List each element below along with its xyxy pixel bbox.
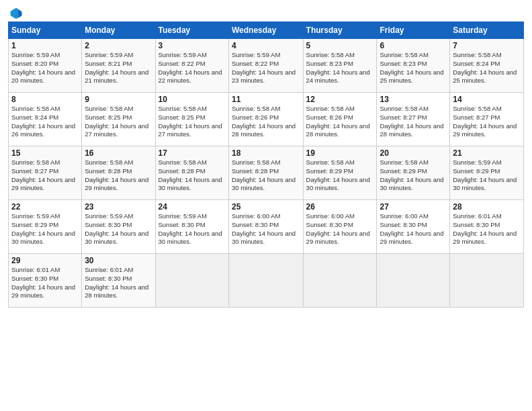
calendar-cell: 14 Sunrise: 5:58 AM Sunset: 8:27 PM Dayl… — [450, 93, 524, 146]
daylight: Daylight: 14 hours and 23 minutes. — [232, 68, 300, 86]
calendar-cell — [155, 254, 228, 308]
sunset: Sunset: 8:22 PM — [232, 60, 300, 68]
day-info: Sunrise: 6:01 AM Sunset: 8:30 PM Dayligh… — [453, 212, 521, 246]
sunset: Sunset: 8:28 PM — [232, 167, 300, 176]
logo-icon — [9, 7, 23, 20]
day-number: 19 — [306, 148, 374, 158]
calendar-cell: 25 Sunrise: 6:00 AM Sunset: 8:30 PM Dayl… — [228, 200, 303, 254]
day-number: 17 — [159, 148, 226, 158]
day-info: Sunrise: 6:01 AM Sunset: 8:30 PM Dayligh… — [85, 266, 152, 300]
calendar-cell — [228, 254, 303, 308]
daylight: Daylight: 14 hours and 30 minutes. — [380, 176, 447, 193]
calendar-cell: 11 Sunrise: 5:58 AM Sunset: 8:26 PM Dayl… — [228, 93, 303, 146]
daylight: Daylight: 14 hours and 20 minutes. — [11, 68, 79, 86]
sunrise: Sunrise: 5:59 AM — [159, 51, 226, 60]
sunrise: Sunrise: 5:59 AM — [11, 51, 79, 60]
sunrise: Sunrise: 5:58 AM — [11, 105, 79, 113]
daylight: Daylight: 14 hours and 29 minutes. — [380, 230, 447, 247]
day-number: 30 — [85, 256, 152, 265]
weekday-saturday: Saturday — [450, 22, 524, 39]
calendar-cell: 8 Sunrise: 5:58 AM Sunset: 8:24 PM Dayli… — [9, 93, 82, 146]
day-info: Sunrise: 5:58 AM Sunset: 8:25 PM Dayligh… — [85, 105, 152, 139]
daylight: Daylight: 14 hours and 29 minutes. — [453, 230, 521, 247]
calendar-cell: 13 Sunrise: 5:58 AM Sunset: 8:27 PM Dayl… — [377, 93, 450, 146]
sunrise: Sunrise: 5:58 AM — [232, 158, 300, 167]
weekday-thursday: Thursday — [303, 22, 377, 39]
sunrise: Sunrise: 5:58 AM — [11, 158, 79, 167]
day-number: 16 — [85, 148, 152, 158]
calendar-cell: 6 Sunrise: 5:58 AM Sunset: 8:23 PM Dayli… — [377, 39, 450, 93]
sunset: Sunset: 8:26 PM — [232, 113, 300, 122]
day-number: 26 — [306, 202, 374, 212]
calendar-cell: 23 Sunrise: 5:59 AM Sunset: 8:30 PM Dayl… — [82, 200, 155, 254]
sunrise: Sunrise: 5:58 AM — [453, 105, 521, 113]
daylight: Daylight: 14 hours and 30 minutes. — [453, 176, 521, 193]
calendar-cell — [377, 254, 450, 308]
sunrise: Sunrise: 5:59 AM — [85, 51, 152, 60]
day-info: Sunrise: 5:58 AM Sunset: 8:27 PM Dayligh… — [453, 105, 521, 139]
calendar-cell: 28 Sunrise: 6:01 AM Sunset: 8:30 PM Dayl… — [450, 200, 524, 254]
sunrise: Sunrise: 5:59 AM — [453, 158, 521, 167]
daylight: Daylight: 14 hours and 29 minutes. — [11, 283, 79, 301]
calendar-cell: 16 Sunrise: 5:58 AM Sunset: 8:28 PM Dayl… — [82, 146, 155, 200]
calendar-cell: 30 Sunrise: 6:01 AM Sunset: 8:30 PM Dayl… — [82, 254, 155, 308]
sunrise: Sunrise: 5:58 AM — [306, 105, 374, 113]
day-number: 22 — [11, 202, 79, 212]
sunset: Sunset: 8:20 PM — [11, 60, 79, 68]
calendar-cell: 3 Sunrise: 5:59 AM Sunset: 8:22 PM Dayli… — [155, 39, 228, 93]
daylight: Daylight: 14 hours and 30 minutes. — [159, 230, 226, 247]
weekday-monday: Monday — [82, 22, 155, 39]
day-number: 12 — [306, 95, 374, 104]
daylight: Daylight: 14 hours and 30 minutes. — [11, 230, 79, 247]
calendar-cell: 15 Sunrise: 5:58 AM Sunset: 8:27 PM Dayl… — [9, 146, 82, 200]
day-number: 21 — [453, 148, 521, 158]
sunrise: Sunrise: 5:58 AM — [306, 158, 374, 167]
sunrise: Sunrise: 5:59 AM — [85, 212, 152, 221]
sunrise: Sunrise: 6:00 AM — [306, 212, 374, 221]
sunset: Sunset: 8:25 PM — [85, 113, 152, 122]
calendar-cell: 1 Sunrise: 5:59 AM Sunset: 8:20 PM Dayli… — [9, 39, 82, 93]
calendar-week-row: 29 Sunrise: 6:01 AM Sunset: 8:30 PM Dayl… — [9, 254, 524, 308]
sunrise: Sunrise: 5:59 AM — [232, 51, 300, 60]
sunset: Sunset: 8:28 PM — [85, 167, 152, 176]
sunset: Sunset: 8:30 PM — [11, 275, 79, 283]
sunrise: Sunrise: 5:58 AM — [159, 158, 226, 167]
daylight: Daylight: 14 hours and 30 minutes. — [159, 176, 226, 193]
day-number: 15 — [11, 148, 79, 158]
day-info: Sunrise: 5:58 AM Sunset: 8:28 PM Dayligh… — [232, 158, 300, 193]
daylight: Daylight: 14 hours and 27 minutes. — [85, 122, 152, 140]
day-number: 20 — [380, 148, 447, 158]
day-info: Sunrise: 5:58 AM Sunset: 8:24 PM Dayligh… — [453, 51, 521, 85]
sunset: Sunset: 8:30 PM — [380, 221, 447, 230]
daylight: Daylight: 14 hours and 30 minutes. — [85, 230, 152, 247]
day-info: Sunrise: 5:58 AM Sunset: 8:28 PM Dayligh… — [159, 158, 226, 193]
calendar-week-row: 15 Sunrise: 5:58 AM Sunset: 8:27 PM Dayl… — [9, 146, 524, 200]
day-number: 27 — [380, 202, 447, 212]
sunset: Sunset: 8:29 PM — [453, 167, 521, 176]
weekday-friday: Friday — [377, 22, 450, 39]
calendar-cell: 26 Sunrise: 6:00 AM Sunset: 8:30 PM Dayl… — [303, 200, 377, 254]
sunrise: Sunrise: 5:58 AM — [380, 158, 447, 167]
day-number: 5 — [306, 41, 374, 50]
day-info: Sunrise: 5:58 AM Sunset: 8:26 PM Dayligh… — [306, 105, 374, 139]
daylight: Daylight: 14 hours and 29 minutes. — [453, 122, 521, 140]
day-info: Sunrise: 5:59 AM Sunset: 8:20 PM Dayligh… — [11, 51, 79, 85]
daylight: Daylight: 14 hours and 28 minutes. — [85, 283, 152, 301]
day-number: 25 — [232, 202, 300, 212]
day-number: 2 — [85, 41, 152, 50]
calendar-cell: 7 Sunrise: 5:58 AM Sunset: 8:24 PM Dayli… — [450, 39, 524, 93]
calendar-cell: 21 Sunrise: 5:59 AM Sunset: 8:29 PM Dayl… — [450, 146, 524, 200]
sunset: Sunset: 8:30 PM — [306, 221, 374, 230]
day-number: 1 — [11, 41, 79, 50]
day-info: Sunrise: 5:58 AM Sunset: 8:27 PM Dayligh… — [11, 158, 79, 193]
day-number: 11 — [232, 95, 300, 104]
sunrise: Sunrise: 5:58 AM — [453, 51, 521, 60]
sunrise: Sunrise: 5:59 AM — [11, 212, 79, 221]
daylight: Daylight: 14 hours and 24 minutes. — [306, 68, 374, 86]
day-number: 6 — [380, 41, 447, 50]
day-info: Sunrise: 5:58 AM Sunset: 8:26 PM Dayligh… — [232, 105, 300, 139]
day-number: 13 — [380, 95, 447, 104]
daylight: Daylight: 14 hours and 30 minutes. — [306, 176, 374, 193]
calendar-cell: 18 Sunrise: 5:58 AM Sunset: 8:28 PM Dayl… — [228, 146, 303, 200]
day-number: 8 — [11, 95, 79, 104]
